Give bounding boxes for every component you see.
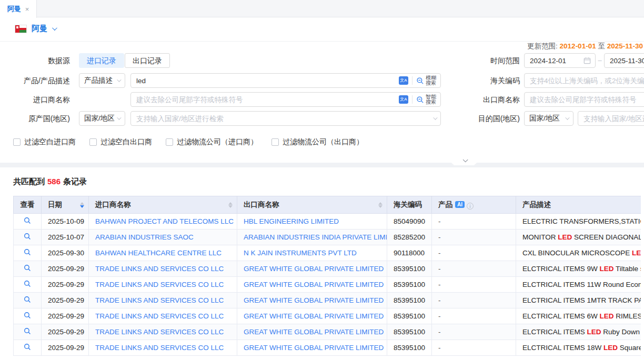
view-record-button[interactable] bbox=[14, 233, 41, 240]
sort-icon[interactable] bbox=[378, 202, 383, 208]
column-header-importer[interactable]: 进口商名称 bbox=[89, 196, 237, 214]
importer-link[interactable]: TRADE LINKS AND SERVICES CO LLC bbox=[89, 277, 237, 293]
filter-checkbox-2[interactable]: 过滤物流公司（进口商） bbox=[166, 137, 258, 147]
date-cell: 2025-10-09 bbox=[42, 214, 89, 230]
tab-oman[interactable]: 阿曼 × bbox=[0, 0, 37, 18]
smart-search-button[interactable]: 智能 搜索 bbox=[416, 94, 436, 105]
filter-checkboxes: 过滤空白进口商过滤空白出口商过滤物流公司（进口商）过滤物流公司（出口商） bbox=[13, 137, 364, 147]
origin-country-input[interactable] bbox=[131, 112, 433, 125]
exporter-link[interactable]: ARABIAN INDUSTRIES INDIA PRIVATE LIMIT..… bbox=[237, 230, 387, 245]
view-cell bbox=[14, 324, 42, 340]
close-icon[interactable]: × bbox=[25, 6, 29, 13]
view-cell bbox=[14, 293, 42, 308]
sort-icon[interactable] bbox=[228, 202, 233, 208]
import-records-tab[interactable]: 进口记录 bbox=[79, 53, 124, 68]
filter-checkbox-1[interactable]: 过滤空白出口商 bbox=[89, 137, 152, 147]
importer-link[interactable]: TRADE LINKS AND SERVICES CO LLC bbox=[89, 293, 237, 308]
calendar-icon[interactable] bbox=[583, 57, 591, 64]
hs-code-cell: 85395100 bbox=[387, 293, 432, 308]
description-cell: ELCTRICAL ITEMS 1MTR TRACK PATT... bbox=[516, 293, 641, 308]
checkbox-icon[interactable] bbox=[271, 138, 279, 146]
view-record-button[interactable] bbox=[14, 280, 41, 287]
destination-input[interactable] bbox=[578, 112, 644, 125]
magnifier-icon bbox=[24, 312, 31, 319]
sort-icon[interactable] bbox=[80, 202, 84, 208]
importer-link[interactable]: TRADE LINKS AND SERVICES CO LLC bbox=[89, 261, 237, 277]
hs-code-label: 海关编码 bbox=[447, 73, 520, 88]
exporter-link[interactable]: GREAT WHITE GLOBAL PRIVATE LIMITED bbox=[237, 324, 387, 340]
date-cell: 2025-09-29 bbox=[42, 340, 89, 356]
date-cell: 2025-09-29 bbox=[42, 324, 89, 340]
info-icon[interactable]: i bbox=[467, 203, 474, 210]
checkbox-icon[interactable] bbox=[13, 138, 21, 146]
hs-code-cell: 85049090 bbox=[387, 214, 432, 230]
view-record-button[interactable] bbox=[14, 217, 41, 224]
column-label: 进口商名称 bbox=[95, 200, 131, 210]
importer-link[interactable]: BAHWAN PROJECT AND TELECOMS LLC bbox=[89, 214, 237, 230]
update-range-label: 更新范围: bbox=[527, 42, 558, 50]
divider bbox=[412, 95, 412, 104]
export-records-tab[interactable]: 出口记录 bbox=[125, 53, 170, 68]
date-from-input[interactable] bbox=[525, 54, 583, 67]
keyword-highlight: LED bbox=[558, 233, 572, 241]
view-record-button[interactable] bbox=[14, 312, 41, 319]
product-label: 产品/产品描述 bbox=[0, 73, 70, 88]
magnifier-icon bbox=[24, 343, 31, 351]
origin-country-select[interactable]: 国家/地区 bbox=[79, 111, 125, 126]
fuzzy-search-button[interactable]: 模糊 搜索 bbox=[416, 75, 436, 86]
column-label: 出口商名称 bbox=[244, 200, 279, 210]
checkbox-label: 过滤空白进口商 bbox=[24, 137, 76, 147]
destination-select[interactable]: 国家/地区 bbox=[524, 111, 573, 126]
date-cell: 2025-09-29 bbox=[42, 261, 89, 277]
description-text: ELCTRICAL ITEMS 18W bbox=[522, 344, 603, 352]
fuzzy-search-label: 模糊 搜索 bbox=[426, 75, 436, 86]
filter-checkbox-0[interactable]: 过滤空白进口商 bbox=[13, 137, 76, 147]
importer-name-input[interactable] bbox=[131, 93, 399, 106]
column-header-exporter[interactable]: 出口商名称 bbox=[237, 196, 387, 214]
search-minus-icon bbox=[416, 77, 424, 85]
checkbox-icon[interactable] bbox=[166, 138, 173, 146]
magnifier-icon bbox=[24, 296, 31, 303]
translate-icon[interactable]: 文A bbox=[399, 76, 408, 85]
column-header-description: 产品描述 bbox=[516, 196, 641, 214]
importer-link[interactable]: ARABIAN INDUSTRIES SAOC bbox=[89, 230, 237, 245]
column-header-date[interactable]: 日期 bbox=[42, 196, 89, 214]
exporter-link[interactable]: N K JAIN INSTRUMENTS PVT LTD bbox=[237, 245, 387, 261]
exporter-link[interactable]: GREAT WHITE GLOBAL PRIVATE LIMITED bbox=[237, 261, 387, 277]
filter-checkbox-3[interactable]: 过滤物流公司（出口商） bbox=[271, 137, 364, 147]
destination-select-value: 国家/地区 bbox=[529, 114, 560, 123]
importer-link[interactable]: TRADE LINKS AND SERVICES CO LLC bbox=[89, 308, 237, 324]
importer-link[interactable]: BAHWAN HEALTHCARE CENTRE LLC bbox=[89, 245, 237, 261]
description-text: SCREEN DIAGONAL S... bbox=[572, 233, 641, 241]
exporter-link[interactable]: GREAT WHITE GLOBAL PRIVATE LIMITED bbox=[237, 308, 387, 324]
magnifier-icon bbox=[24, 327, 31, 335]
exporter-link[interactable]: GREAT WHITE GLOBAL PRIVATE LIMITED bbox=[237, 277, 387, 293]
exporter-link[interactable]: HBL ENGINEERING LIMITED bbox=[237, 214, 387, 230]
country-selector[interactable]: 阿曼 bbox=[15, 24, 56, 34]
description-text: ELCTRICAL ITEMS 1MTR TRACK PATT... bbox=[522, 296, 641, 304]
product-search-input[interactable] bbox=[131, 74, 399, 87]
oman-flag-icon bbox=[15, 25, 27, 33]
results-table-wrap: 查看 日期 进口商名称 出口商名称 海关编码 产品AIi 产品描述 2025-1… bbox=[13, 196, 641, 359]
date-to-input[interactable] bbox=[605, 54, 644, 67]
view-cell bbox=[14, 214, 42, 230]
checkbox-icon[interactable] bbox=[89, 138, 97, 146]
view-record-button[interactable] bbox=[14, 248, 41, 256]
checkbox-label: 过滤物流公司（出口商） bbox=[283, 137, 364, 147]
view-record-button[interactable] bbox=[14, 327, 41, 335]
importer-link[interactable]: TRADE LINKS AND SERVICES CO LLC bbox=[89, 324, 237, 340]
view-record-button[interactable] bbox=[14, 343, 41, 351]
magnifier-icon bbox=[24, 233, 31, 240]
hs-code-input[interactable] bbox=[525, 74, 644, 87]
product-type-select[interactable]: 产品描述 bbox=[79, 73, 125, 88]
collapse-filters-handle[interactable] bbox=[444, 156, 485, 165]
exporter-name-input[interactable] bbox=[525, 93, 644, 106]
importer-link[interactable]: TRADE LINKS AND SERVICES CO LLC bbox=[89, 340, 237, 356]
exporter-link[interactable]: GREAT WHITE GLOBAL PRIVATE LIMITED bbox=[237, 293, 387, 308]
view-record-button[interactable] bbox=[14, 296, 41, 303]
update-range-to-word: 至 bbox=[598, 42, 605, 50]
translate-icon[interactable]: 文A bbox=[399, 95, 408, 104]
view-record-button[interactable] bbox=[14, 264, 41, 272]
product-cell: - bbox=[432, 230, 516, 245]
exporter-link[interactable]: GREAT WHITE GLOBAL PRIVATE LIMITED bbox=[237, 340, 387, 356]
